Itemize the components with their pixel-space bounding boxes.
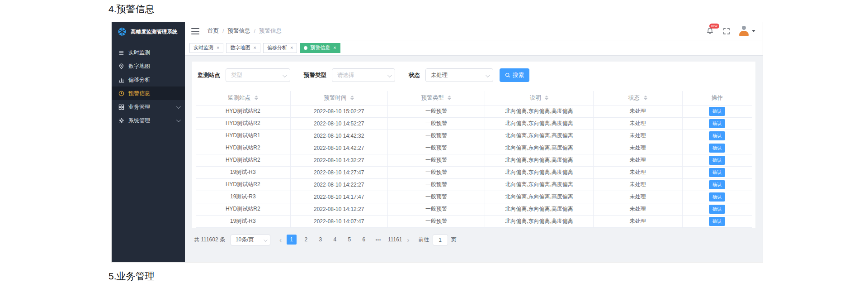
close-icon[interactable]: ×: [333, 45, 336, 50]
pagination-total: 共 111602 条: [194, 236, 225, 244]
sidebar-menu: 实时监测 数字地图 偏移分析: [112, 41, 185, 127]
breadcrumb-warning-info[interactable]: 预警信息: [227, 27, 250, 35]
sidebar-item-label: 实时监测: [128, 49, 150, 57]
section-heading-warning-info: 4.预警信息: [108, 3, 155, 15]
confirm-button[interactable]: 确认: [709, 168, 725, 177]
warning-type-select[interactable]: 请选择: [332, 68, 395, 82]
page-button[interactable]: 5: [344, 235, 354, 245]
cell-actions: 确认: [682, 105, 752, 117]
column-header-time[interactable]: 预警时间: [290, 91, 387, 105]
confirm-button[interactable]: 确认: [709, 205, 725, 214]
page-button[interactable]: 1: [287, 235, 297, 245]
confirm-button[interactable]: 确认: [709, 144, 725, 153]
cell-actions: 确认: [682, 203, 752, 215]
sidebar-item-digital-map[interactable]: 数字地图: [112, 59, 185, 73]
notification-bell-button[interactable]: new: [705, 27, 714, 36]
cell-type: 一般预警: [387, 178, 485, 191]
pager-ellipsis[interactable]: •••: [373, 235, 383, 245]
confirm-button[interactable]: 确认: [709, 180, 725, 189]
chevron-down-icon: [486, 73, 490, 77]
sidebar-item-label: 业务管理: [128, 103, 150, 111]
station-select[interactable]: 类型: [226, 68, 290, 82]
tab-digital-map[interactable]: 数字地图 ×: [226, 43, 260, 53]
status-select[interactable]: 未处理: [425, 68, 493, 82]
sidebar-item-label: 预警信息: [128, 90, 150, 97]
page-size-select[interactable]: 10条/页: [231, 235, 270, 245]
goto-suffix-label: 页: [451, 236, 457, 244]
column-header-station[interactable]: 监测站点: [196, 91, 290, 105]
sort-icon: [448, 96, 451, 100]
cell-actions: 确认: [682, 130, 752, 142]
app-window: 高精度监测管理系统 实时监测 数字地图: [111, 22, 763, 263]
cell-description: 北向偏离,东向偏离,高度偏离: [485, 203, 594, 215]
top-navbar: 首页 / 预警信息 / 预警信息 new: [185, 22, 763, 40]
page-button[interactable]: 3: [316, 235, 326, 245]
page-button[interactable]: 4: [330, 235, 340, 245]
confirm-button[interactable]: 确认: [709, 192, 725, 202]
station-filter-label: 监测站点: [198, 72, 220, 79]
page-button[interactable]: 11161: [388, 235, 402, 245]
chevron-down-icon: [264, 238, 267, 241]
cell-description: 北向偏离,东向偏离,高度偏离: [485, 166, 594, 178]
sidebar-item-offset-analysis[interactable]: 偏移分析: [112, 73, 185, 86]
pagination-bar: 共 111602 条 10条/页 ‹ 123456•••11161 › 前往 页: [194, 235, 755, 245]
sidebar-item-business-mgmt[interactable]: 业务管理: [112, 100, 185, 114]
page-button[interactable]: 2: [301, 235, 311, 245]
type-select-placeholder: 请选择: [337, 72, 354, 79]
column-header-description[interactable]: 说明: [485, 91, 594, 105]
chevron-down-icon: [387, 73, 392, 77]
breadcrumb-home[interactable]: 首页: [208, 27, 219, 35]
close-icon[interactable]: ×: [290, 45, 293, 50]
confirm-button[interactable]: 确认: [709, 131, 725, 140]
search-button[interactable]: 搜索: [500, 68, 529, 82]
cell-status: 未处理: [593, 178, 682, 191]
sidebar-item-warning-info[interactable]: 预警信息: [112, 86, 185, 100]
table-row: HYD测试站R22022-08-10 15:02:27一般预警北向偏离,东向偏离…: [196, 105, 752, 117]
breadcrumb-separator: /: [254, 28, 255, 34]
column-header-status[interactable]: 状态: [593, 91, 682, 105]
tab-warning-info[interactable]: 预警信息 ×: [300, 43, 340, 53]
confirm-button[interactable]: 确认: [709, 156, 725, 165]
cell-actions: 确认: [682, 142, 752, 154]
tab-realtime-monitor[interactable]: 实时监测 ×: [189, 43, 223, 53]
cell-actions: 确认: [682, 154, 752, 166]
avatar: [739, 26, 749, 36]
cell-actions: 确认: [682, 117, 752, 130]
table-row: 19测试-R32022-08-10 14:27:47一般预警北向偏离,东向偏离,…: [196, 166, 752, 178]
cell-station: 19测试-R3: [196, 166, 290, 178]
cell-time: 2022-08-10 14:17:47: [290, 191, 387, 203]
fullscreen-button[interactable]: [722, 27, 731, 36]
confirm-button[interactable]: 确认: [709, 217, 725, 226]
tab-label: 实时监测: [193, 44, 213, 51]
page-button[interactable]: 6: [359, 235, 369, 245]
goto-page-input[interactable]: [433, 235, 448, 245]
close-icon[interactable]: ×: [217, 45, 219, 50]
cell-station: HYD测试站R2: [196, 154, 290, 166]
close-icon[interactable]: ×: [253, 45, 256, 50]
cell-description: 北向偏离,东向偏离,高度偏离: [485, 142, 594, 154]
chevron-down-icon: [752, 30, 755, 32]
confirm-button[interactable]: 确认: [709, 119, 725, 128]
cell-type: 一般预警: [387, 142, 485, 154]
app-title: 高精度监测管理系统: [131, 29, 178, 35]
user-menu[interactable]: [739, 26, 755, 36]
cell-station: HYD测试站R2: [196, 105, 290, 117]
column-label: 状态: [628, 95, 640, 101]
next-page-button[interactable]: ›: [405, 235, 412, 245]
page: 4.预警信息 高精度监测管理系统: [0, 0, 868, 288]
sidebar-item-realtime-monitor[interactable]: 实时监测: [112, 46, 185, 59]
confirm-button[interactable]: 确认: [709, 107, 725, 116]
sidebar-item-label: 系统管理: [128, 117, 150, 125]
column-header-type[interactable]: 预警类型: [387, 91, 485, 105]
cell-time: 2022-08-10 14:52:27: [290, 117, 387, 130]
cell-type: 一般预警: [387, 215, 485, 227]
prev-page-button[interactable]: ‹: [277, 235, 284, 245]
sidebar-item-system-mgmt[interactable]: 系统管理: [112, 114, 185, 127]
hamburger-icon[interactable]: [191, 28, 199, 34]
cell-actions: 确认: [682, 166, 752, 178]
tab-offset-analysis[interactable]: 偏移分析 ×: [263, 43, 297, 53]
content-area: 监测站点 类型 预警类型 请选择 状态 未处理: [185, 56, 763, 262]
cell-description: 北向偏离,东向偏离,高度偏离: [485, 215, 594, 227]
app-logo: 高精度监测管理系统: [112, 22, 185, 41]
type-filter-label: 预警类型: [304, 72, 326, 79]
